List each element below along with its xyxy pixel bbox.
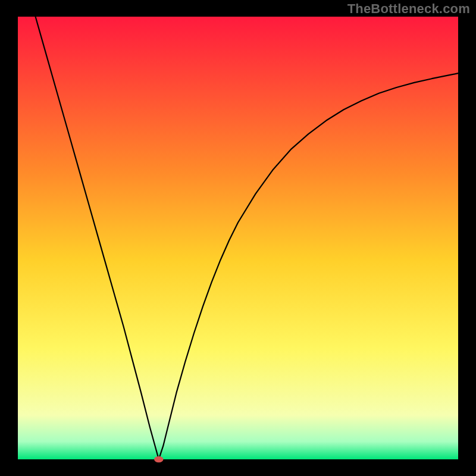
optimal-point-marker bbox=[154, 456, 163, 463]
plot-background bbox=[18, 17, 458, 459]
chart-frame: TheBottleneck.com bbox=[0, 0, 476, 476]
bottleneck-chart bbox=[0, 0, 476, 476]
watermark-text: TheBottleneck.com bbox=[347, 1, 470, 17]
